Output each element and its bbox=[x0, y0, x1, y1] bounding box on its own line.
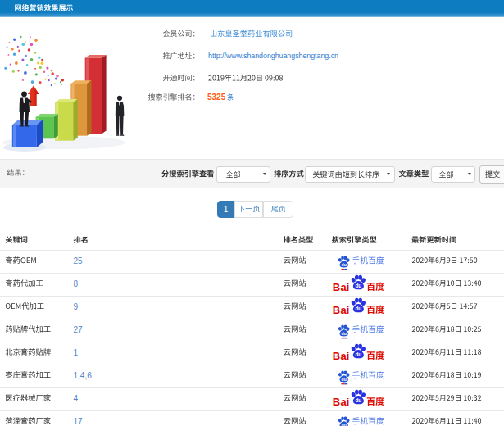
svg-text:du: du bbox=[355, 397, 361, 403]
svg-text:du: du bbox=[355, 351, 361, 357]
svg-text:du: du bbox=[342, 377, 347, 382]
svg-text:du: du bbox=[342, 423, 347, 426]
svg-text:du: du bbox=[355, 306, 361, 311]
svg-text:du: du bbox=[342, 331, 347, 336]
svg-text:du: du bbox=[342, 262, 347, 267]
svg-text:du: du bbox=[355, 283, 361, 288]
